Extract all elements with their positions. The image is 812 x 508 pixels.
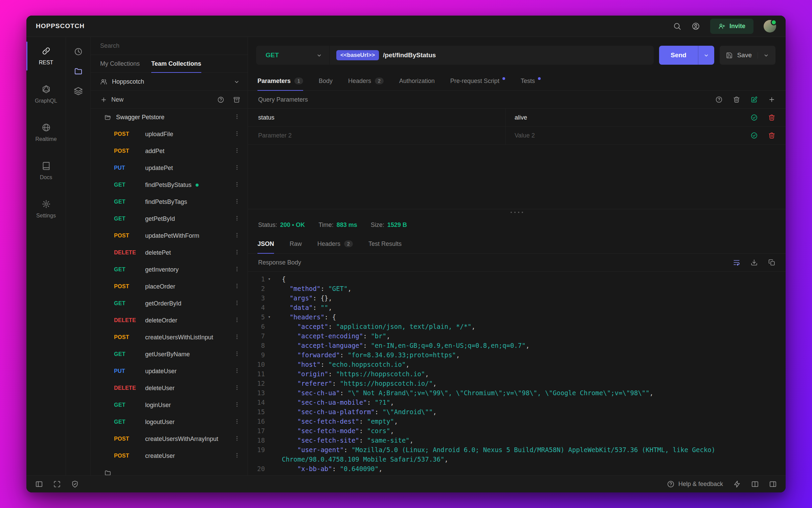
more-options[interactable] xyxy=(234,130,240,138)
more-options-icon[interactable] xyxy=(234,147,240,154)
response-body-code[interactable]: 1▾{2 "method": "GET",3 "args": {},4 "dat… xyxy=(248,272,786,475)
import-export-icon[interactable] xyxy=(233,96,240,103)
panel-left-icon[interactable] xyxy=(35,480,43,488)
url-input[interactable]: <<baseUrl>> /pet/findByStatus xyxy=(330,50,654,60)
help-icon[interactable] xyxy=(217,96,224,103)
collection-folder-partial[interactable] xyxy=(91,464,248,475)
more-options[interactable] xyxy=(234,384,240,392)
team-selector[interactable]: Hoppscotch xyxy=(91,73,248,91)
more-options[interactable] xyxy=(234,334,240,341)
more-options[interactable] xyxy=(234,198,240,206)
request-item[interactable]: POSTuploadFile xyxy=(91,126,248,143)
more-options-icon[interactable] xyxy=(234,367,240,374)
more-options-icon[interactable] xyxy=(234,401,240,408)
response-tab-raw[interactable]: Raw xyxy=(290,234,302,253)
tab-authorization[interactable]: Authorization xyxy=(399,71,435,90)
more-options[interactable] xyxy=(234,181,240,189)
tab-headers[interactable]: Headers2 xyxy=(348,71,384,90)
tab-body[interactable]: Body xyxy=(319,71,333,90)
columns-layout-icon[interactable] xyxy=(751,480,759,488)
param-key-input[interactable]: Parameter 2 xyxy=(248,127,506,144)
environments-tab[interactable] xyxy=(66,81,90,101)
nav-item-graphql[interactable]: GraphQL xyxy=(26,75,66,113)
collections-tab-team-collections[interactable]: Team Collections xyxy=(151,55,201,72)
more-options[interactable] xyxy=(234,351,240,358)
wrap-lines-icon[interactable] xyxy=(733,259,740,266)
more-options-icon[interactable] xyxy=(234,351,240,357)
param-key-input[interactable]: status xyxy=(248,109,506,126)
request-item[interactable]: GETloginUser xyxy=(91,397,248,414)
more-options-icon[interactable] xyxy=(234,164,240,171)
nav-item-rest[interactable]: REST xyxy=(26,37,66,75)
request-item[interactable]: GETgetUserByName xyxy=(91,346,248,363)
more-options[interactable] xyxy=(234,266,240,274)
request-item[interactable]: POSTaddPet xyxy=(91,143,248,160)
more-options[interactable] xyxy=(234,452,240,460)
save-button[interactable]: Save xyxy=(720,46,775,65)
more-options-icon[interactable] xyxy=(234,113,240,120)
tab-tests[interactable]: Tests xyxy=(521,71,541,90)
toggle-param-icon[interactable] xyxy=(750,132,758,139)
send-button[interactable]: Send xyxy=(659,46,698,65)
more-options-icon[interactable] xyxy=(234,317,240,323)
request-item[interactable]: PUTupdateUser xyxy=(91,363,248,380)
collection-folder[interactable]: Swagger Petstore xyxy=(91,109,248,126)
help-icon[interactable] xyxy=(715,96,723,103)
response-tab-headers[interactable]: Headers2 xyxy=(317,234,353,253)
maximize-icon[interactable] xyxy=(53,480,61,488)
request-item[interactable]: POSTplaceOrder xyxy=(91,278,248,295)
response-tab-json[interactable]: JSON xyxy=(257,234,274,253)
shortcuts-icon[interactable] xyxy=(733,480,741,488)
request-item[interactable]: DELETEdeleteOrder xyxy=(91,312,248,329)
more-options-icon[interactable] xyxy=(234,198,240,205)
tab-parameters[interactable]: Parameters1 xyxy=(257,71,303,90)
delete-param-icon[interactable] xyxy=(768,114,775,121)
add-param-icon[interactable] xyxy=(768,96,775,103)
more-options-icon[interactable] xyxy=(234,181,240,188)
more-options-icon[interactable] xyxy=(234,232,240,238)
collection-tree[interactable]: Swagger Petstore POSTuploadFilePOSTaddPe… xyxy=(91,109,248,475)
more-options[interactable] xyxy=(234,232,240,240)
more-options-icon[interactable] xyxy=(234,249,240,255)
more-options[interactable] xyxy=(234,367,240,375)
nav-item-realtime[interactable]: Realtime xyxy=(26,113,66,152)
pane-resizer[interactable] xyxy=(248,209,786,215)
request-item[interactable]: DELETEdeleteUser xyxy=(91,380,248,397)
more-options-icon[interactable] xyxy=(234,283,240,289)
nav-item-settings[interactable]: Settings xyxy=(26,190,66,228)
more-options-icon[interactable] xyxy=(234,130,240,137)
more-options[interactable] xyxy=(234,300,240,308)
collections-tab[interactable] xyxy=(66,61,90,81)
more-options[interactable] xyxy=(234,215,240,223)
request-item[interactable]: GETfindPetsByStatus xyxy=(91,176,248,193)
delete-param-icon[interactable] xyxy=(768,132,775,139)
more-options-icon[interactable] xyxy=(234,418,240,425)
more-options-icon[interactable] xyxy=(234,334,240,340)
new-collection-button[interactable]: New xyxy=(100,96,123,103)
history-tab[interactable] xyxy=(66,42,90,61)
more-options[interactable] xyxy=(234,317,240,324)
request-item[interactable]: DELETEdeletePet xyxy=(91,244,248,261)
more-options[interactable] xyxy=(234,283,240,291)
invite-button[interactable]: Invite xyxy=(710,19,753,34)
request-item[interactable]: POSTcreateUsersWithListInput xyxy=(91,329,248,346)
request-item[interactable]: GETlogoutUser xyxy=(91,414,248,430)
collections-tab-my-collections[interactable]: My Collections xyxy=(100,55,140,72)
more-options[interactable] xyxy=(234,401,240,409)
request-item[interactable]: POSTcreateUser xyxy=(91,447,248,464)
toggle-param-icon[interactable] xyxy=(750,114,758,121)
param-value-input[interactable]: Value 2 xyxy=(506,127,740,144)
more-options-icon[interactable] xyxy=(234,452,240,459)
more-options-icon[interactable] xyxy=(234,300,240,306)
method-select[interactable]: GET xyxy=(256,46,330,65)
more-options[interactable] xyxy=(234,164,240,172)
panel-right-icon[interactable] xyxy=(769,480,777,488)
request-item[interactable]: POSTcreateUsersWithArrayInput xyxy=(91,430,248,447)
more-options[interactable] xyxy=(234,435,240,443)
more-options-icon[interactable] xyxy=(234,384,240,391)
more-options-icon[interactable] xyxy=(234,435,240,442)
avatar[interactable] xyxy=(764,20,776,33)
more-options-icon[interactable] xyxy=(234,215,240,221)
more-options[interactable] xyxy=(234,147,240,155)
request-item[interactable]: GETgetInventory xyxy=(91,261,248,278)
